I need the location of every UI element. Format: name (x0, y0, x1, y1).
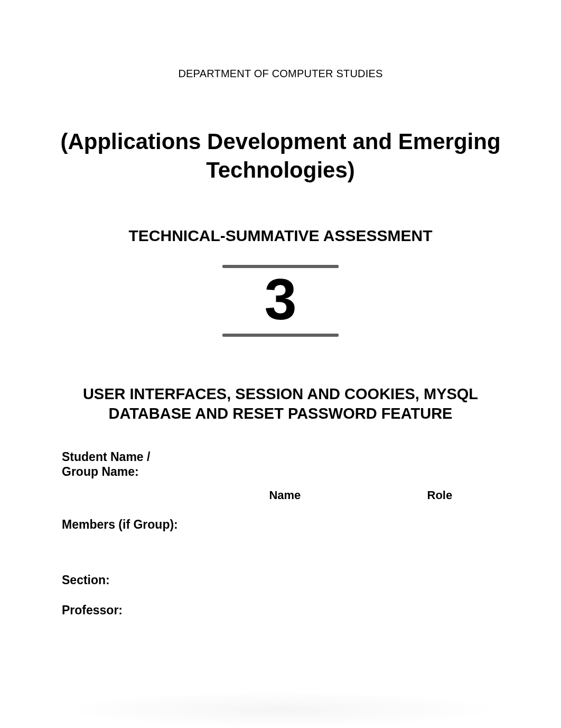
members-header-name: Name (200, 487, 370, 504)
member-name-cell (200, 526, 370, 542)
table-row (200, 526, 507, 542)
member-role-cell (372, 506, 507, 523)
professor-value (198, 596, 510, 624)
section-value (198, 566, 510, 594)
member-role-cell (372, 545, 507, 561)
section-label: Section: (55, 566, 195, 594)
table-row: Section: (55, 566, 510, 594)
professor-label: Professor: (55, 596, 195, 624)
members-label: Members (if Group): (55, 485, 195, 564)
members-cell: Name Role (198, 485, 510, 564)
assessment-number: 3 (222, 270, 339, 328)
table-row: Professor: (55, 596, 510, 624)
course-title: (Applications Development and Emerging T… (53, 127, 508, 185)
department-heading: DEPARTMENT OF COMPUTER STUDIES (53, 68, 508, 80)
table-row: Student Name / Group Name: (55, 446, 510, 483)
preview-blur (58, 691, 503, 728)
assessment-number-block: 3 (222, 265, 339, 337)
document-page: DEPARTMENT OF COMPUTER STUDIES (Applicat… (0, 0, 561, 728)
info-table: Student Name / Group Name: Members (if G… (53, 444, 512, 627)
assessment-label: TECHNICAL-SUMMATIVE ASSESSMENT (53, 227, 508, 245)
divider (222, 334, 339, 337)
assessment-topic: USER INTERFACES, SESSION AND COOKIES, MY… (53, 384, 508, 423)
table-row: Members (if Group): Name Role (55, 485, 510, 564)
table-row: Name Role (200, 487, 507, 504)
member-name-cell (200, 506, 370, 523)
members-header-role: Role (372, 487, 507, 504)
student-group-label: Student Name / Group Name: (55, 446, 195, 483)
member-role-cell (372, 526, 507, 542)
members-table: Name Role (198, 485, 510, 564)
member-name-cell (200, 545, 370, 561)
table-row (200, 545, 507, 561)
table-row (200, 506, 507, 523)
student-group-value (198, 446, 510, 483)
